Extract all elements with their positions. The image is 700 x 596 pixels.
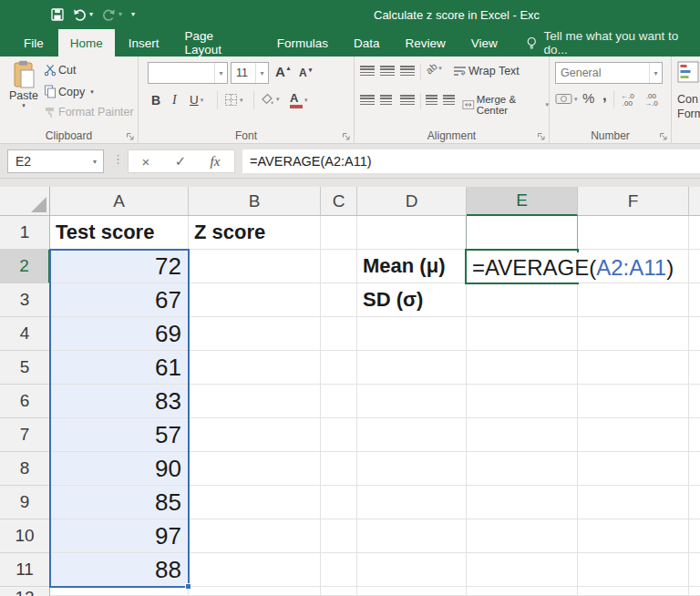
cell-F7[interactable] xyxy=(578,418,689,452)
increase-decimal-button[interactable]: ←.0.00 xyxy=(621,93,634,108)
row-header-10[interactable]: 10 xyxy=(0,519,50,553)
number-format-dropdown-icon[interactable]: ▾ xyxy=(649,63,662,83)
paste-dropdown-icon[interactable]: ▾ xyxy=(5,102,42,109)
cell-C8[interactable] xyxy=(321,452,357,486)
underline-button[interactable]: U▾ xyxy=(190,93,203,107)
cell-B3[interactable] xyxy=(189,283,321,317)
save-icon[interactable] xyxy=(51,8,64,21)
increase-indent-button[interactable] xyxy=(443,95,455,105)
tab-view[interactable]: View xyxy=(459,29,510,57)
tab-data[interactable]: Data xyxy=(342,29,392,57)
tab-formulas[interactable]: Formulas xyxy=(265,29,340,57)
cell-E5[interactable] xyxy=(467,351,578,385)
align-right-button[interactable] xyxy=(400,95,415,105)
insert-function-button[interactable]: fx xyxy=(198,154,232,170)
cell-A1[interactable]: Test score xyxy=(50,216,189,250)
cell-A6[interactable]: 83 xyxy=(50,385,189,418)
name-box[interactable]: E2 ▾ xyxy=(7,149,104,173)
cell-F8[interactable] xyxy=(578,452,689,486)
cell-B4[interactable] xyxy=(189,317,321,351)
font-name-select[interactable]: ▾ xyxy=(148,62,228,84)
cell-F11[interactable] xyxy=(578,553,689,587)
decrease-font-button[interactable]: A▾ xyxy=(299,67,312,79)
cell-B11[interactable] xyxy=(189,553,321,587)
cell-B10[interactable] xyxy=(189,519,321,553)
cell-E3[interactable] xyxy=(467,283,578,317)
cell-A7[interactable]: 57 xyxy=(50,418,189,452)
fill-color-button[interactable]: ▾ xyxy=(260,92,280,106)
alignment-dialog-launcher-icon[interactable] xyxy=(537,132,546,141)
cell-F6[interactable] xyxy=(578,385,689,418)
center-button[interactable] xyxy=(380,95,392,105)
cell-D3[interactable]: SD (σ) xyxy=(357,283,467,317)
cell-C5[interactable] xyxy=(321,351,357,385)
wrap-text-button[interactable]: Wrap Text xyxy=(453,65,520,77)
cut-button[interactable]: Cut xyxy=(44,64,76,77)
column-header-E[interactable]: E xyxy=(467,187,578,216)
conditional-formatting-icon[interactable] xyxy=(677,61,700,85)
increase-font-button[interactable]: A▴ xyxy=(275,64,290,79)
cell-F3[interactable] xyxy=(578,283,689,317)
undo-dropdown-icon[interactable]: ▾ xyxy=(89,11,93,18)
number-dialog-launcher-icon[interactable] xyxy=(659,132,668,141)
row-header-11[interactable]: 11 xyxy=(0,553,50,587)
cell-D5[interactable] xyxy=(357,351,467,385)
cell-A3[interactable]: 67 xyxy=(50,283,189,317)
cell-D1[interactable] xyxy=(357,216,467,250)
cell-E7[interactable] xyxy=(467,418,578,452)
cell-D10[interactable] xyxy=(357,519,467,553)
row-header-12[interactable]: 12 xyxy=(0,587,50,596)
cell-E4[interactable] xyxy=(467,317,578,351)
active-cell-E2-border[interactable]: =AVERAGE(A2:A11) xyxy=(465,249,579,284)
tab-file[interactable]: File xyxy=(11,29,57,57)
active-cell-formula[interactable]: =AVERAGE(A2:A11) xyxy=(468,252,676,283)
italic-button[interactable]: I xyxy=(172,93,177,108)
cell-F12[interactable] xyxy=(578,587,689,596)
cell-F10[interactable] xyxy=(578,519,689,553)
cell-C7[interactable] xyxy=(321,418,357,452)
cell-D8[interactable] xyxy=(357,452,467,486)
tell-me-box[interactable]: Tell me what you want to do... xyxy=(526,29,700,57)
row-header-6[interactable]: 6 xyxy=(0,385,50,418)
font-dialog-launcher-icon[interactable] xyxy=(342,132,351,141)
comma-style-button[interactable]: , xyxy=(602,87,607,105)
percent-style-button[interactable]: % xyxy=(582,90,594,106)
cell-C12[interactable] xyxy=(321,587,357,596)
row-header-3[interactable]: 3 xyxy=(0,283,50,317)
middle-align-button[interactable] xyxy=(380,66,395,76)
column-header-C[interactable]: C xyxy=(321,187,357,216)
customize-qat-icon[interactable]: ▾ xyxy=(131,11,135,18)
cell-B1[interactable]: Z score xyxy=(189,216,321,250)
font-size-select[interactable]: 11▾ xyxy=(231,62,269,84)
row-header-2[interactable]: 2 xyxy=(0,250,50,283)
number-format-select[interactable]: General▾ xyxy=(555,62,663,84)
copy-dropdown-icon[interactable]: ▾ xyxy=(90,88,94,96)
bottom-align-button[interactable] xyxy=(400,66,415,76)
cell-F9[interactable] xyxy=(578,486,689,519)
cell-B2[interactable] xyxy=(189,250,321,283)
tab-home[interactable]: Home xyxy=(58,29,115,57)
cell-A12[interactable] xyxy=(50,587,189,596)
cell-C2[interactable] xyxy=(321,250,357,283)
row-header-9[interactable]: 9 xyxy=(0,486,50,519)
cell-E1[interactable] xyxy=(467,216,578,250)
cell-B6[interactable] xyxy=(189,385,321,418)
merge-center-button[interactable]: Merge & Center ▾ xyxy=(462,94,549,116)
column-header-F[interactable]: F xyxy=(578,187,689,216)
column-header-B[interactable]: B xyxy=(189,187,321,216)
cell-A8[interactable]: 90 xyxy=(50,452,189,486)
row-header-1[interactable]: 1 xyxy=(0,216,50,250)
align-left-button[interactable] xyxy=(360,95,375,105)
cell-C1[interactable] xyxy=(321,216,357,250)
redo-dropdown-icon[interactable]: ▾ xyxy=(118,11,122,18)
cancel-button[interactable]: × xyxy=(129,154,163,170)
cell-C9[interactable] xyxy=(321,486,357,519)
cell-A2[interactable]: 72 xyxy=(50,250,189,283)
tab-review[interactable]: Review xyxy=(394,29,458,57)
cell-F4[interactable] xyxy=(578,317,689,351)
row-header-7[interactable]: 7 xyxy=(0,418,50,452)
cell-C6[interactable] xyxy=(321,385,357,418)
cell-E6[interactable] xyxy=(467,385,578,418)
top-align-button[interactable] xyxy=(360,66,375,76)
cell-B7[interactable] xyxy=(189,418,321,452)
